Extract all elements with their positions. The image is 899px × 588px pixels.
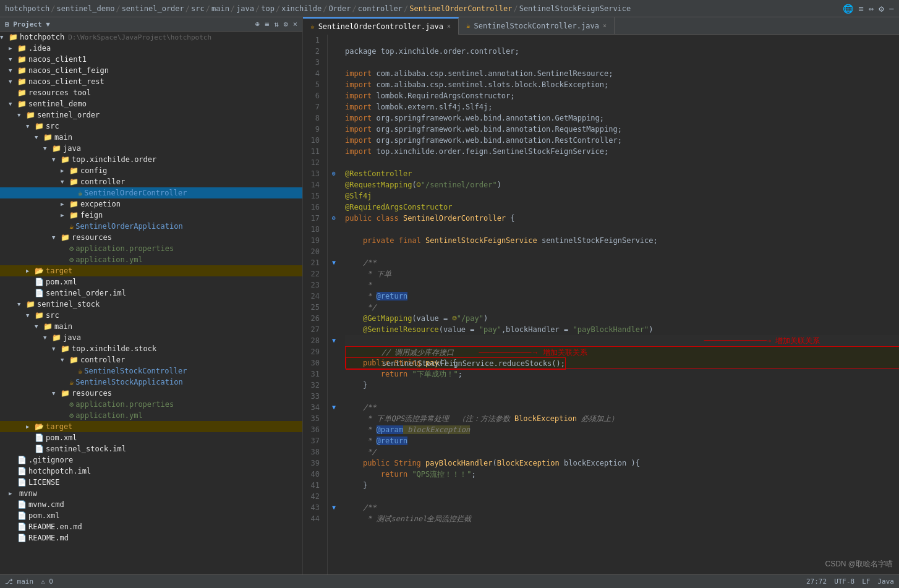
tree-item-1[interactable]: ▼ 📁 hotchpotch D:\WorkSpace\JavaProject\… (0, 32, 302, 43)
tree-item-8[interactable]: ▼ 📁 sentinel_order (0, 109, 302, 121)
gutter-43[interactable]: ▼ (328, 502, 340, 513)
tree-item-45[interactable]: 📄 README.en.md (0, 521, 302, 532)
sidebar-title[interactable]: ⊞ Project ▼ (5, 20, 50, 28)
tree-item-38[interactable]: 📄 sentinel_stock.iml (0, 443, 302, 454)
split-icon[interactable]: ⇔ (869, 4, 874, 14)
tree-item-24[interactable]: 📄 sentinel_order.iml (0, 288, 302, 299)
tree-item-30[interactable]: ▼ 📁 controller (0, 354, 302, 365)
tree-item-39[interactable]: 📄 .gitignore (0, 454, 302, 466)
tree-arrow-7: ▼ (9, 101, 17, 107)
tree-item-18[interactable]: ☕ SentinelOrderApplication (0, 221, 302, 232)
gutter-12 (328, 157, 340, 168)
sidebar-icon-4[interactable]: ⚙ (284, 20, 288, 28)
tree-item-31[interactable]: ☕ SentinelStockController (0, 365, 302, 377)
code-line-17: public class SentinelOrderController { (345, 213, 899, 224)
tree-item-10[interactable]: ▼ 📁 main (0, 132, 302, 143)
tree-item-4[interactable]: ▼ 📁 nacos_client_feign (0, 65, 302, 76)
bc-main[interactable]: main (211, 4, 229, 13)
tree-item-9[interactable]: ▼ 📁 src (0, 121, 302, 132)
code-line-8: import org.springframework.web.bind.anno… (345, 113, 899, 124)
tree-label-40: hotchpotch.iml (28, 467, 91, 475)
bc-feign-service[interactable]: SentinelStockFeignService (519, 4, 631, 13)
tree-label-15: SentinelOrderController (84, 189, 187, 197)
gutter-40 (328, 469, 340, 480)
tab2-close[interactable]: × (603, 22, 607, 29)
code-line-33 (345, 391, 899, 402)
tree-item-12[interactable]: ▼ 📁 top.xinchilde.order (0, 154, 302, 165)
tree-item-41[interactable]: 📄 LICENSE (0, 477, 302, 488)
sidebar-icon-3[interactable]: ⇅ (274, 20, 278, 28)
tree-item-15[interactable]: ☕ SentinelOrderController (0, 187, 302, 198)
tree-item-29[interactable]: ▼ 📁 top.xinchilde.stock (0, 343, 302, 354)
settings-icon[interactable]: ⚙ (879, 4, 884, 14)
tree-item-28[interactable]: ▼ 📁 java (0, 332, 302, 343)
bc-top[interactable]: top (261, 4, 275, 13)
gutter-28[interactable]: ▼ (328, 335, 340, 346)
tree-item-16[interactable]: ▶ 📁 excpetion (0, 198, 302, 210)
tree-item-17[interactable]: ▶ 📁 feign (0, 210, 302, 221)
tree-item-21[interactable]: ⚙ application.yml (0, 254, 302, 265)
tree-item-3[interactable]: ▼ 📁 nacos_client1 (0, 54, 302, 65)
gutter-20 (328, 246, 340, 257)
gutter-17[interactable]: ⚙ (328, 213, 340, 224)
sidebar-icon-2[interactable]: ≡ (265, 20, 269, 28)
bc-xinchilde[interactable]: xinchilde (281, 4, 322, 13)
tree-item-5[interactable]: ▼ 📁 nacos_client_rest (0, 76, 302, 87)
layout-icon[interactable]: ≡ (858, 4, 863, 14)
tree-item-6[interactable]: 📁 resources tool (0, 87, 302, 98)
bc-src[interactable]: src (191, 4, 205, 13)
bc-controller[interactable]: controller (358, 4, 403, 13)
globe-icon[interactable]: 🌐 (843, 4, 853, 14)
tree-arrow-33: ▼ (52, 390, 61, 396)
gutter-30 (328, 357, 340, 369)
code-line-1 (345, 35, 899, 46)
sidebar-icon-5[interactable]: × (293, 20, 297, 28)
sidebar-icon-1[interactable]: ⊕ (255, 20, 260, 28)
tree-item-22[interactable]: ▶ 📂 target (0, 265, 302, 276)
tree-item-44[interactable]: 📄 pom.xml (0, 510, 302, 521)
line-numbers: 1234567891011121314151617181920212223242… (303, 35, 328, 574)
bc-java[interactable]: java (236, 4, 254, 13)
status-git[interactable]: ⎇ main (5, 577, 33, 586)
code-editor[interactable]: 1234567891011121314151617181920212223242… (303, 35, 899, 574)
tree-item-7[interactable]: ▼ 📁 sentinel_demo (0, 98, 302, 109)
tree-item-14[interactable]: ▼ 📁 controller (0, 176, 302, 187)
gutter-10 (328, 135, 340, 146)
minimize-icon[interactable]: − (889, 4, 894, 14)
gutter-34[interactable]: ▼ (328, 402, 340, 413)
tree-item-37[interactable]: 📄 pom.xml (0, 432, 302, 443)
tree-item-20[interactable]: ⚙ application.properties (0, 243, 302, 254)
tab-sentinel-stock-controller[interactable]: ☕ SentinelStockController.java × (459, 17, 615, 35)
tree-item-32[interactable]: ☕ SentinelStockApplication (0, 377, 302, 388)
tree-item-11[interactable]: ▼ 📁 java (0, 143, 302, 154)
tree-item-13[interactable]: ▶ 📁 config (0, 165, 302, 176)
code-line-13: @RestController (345, 168, 899, 179)
gutter-13[interactable]: ⚙ (328, 168, 340, 179)
tree-item-33[interactable]: ▼ 📁 resources (0, 388, 302, 399)
tree-item-27[interactable]: ▼ 📁 main (0, 321, 302, 332)
tree-item-26[interactable]: ▼ 📁 src (0, 310, 302, 321)
tree-item-19[interactable]: ▼ 📁 resources (0, 232, 302, 243)
bc-sentinel-order[interactable]: sentinel_order (122, 4, 184, 13)
tree-item-36[interactable]: ▶ 📂 target (0, 421, 302, 432)
tree-label-24: sentinel_order.iml (46, 289, 126, 297)
tree-item-35[interactable]: ⚙ application.yml (0, 410, 302, 421)
tree-item-40[interactable]: 📄 hotchpotch.iml (0, 466, 302, 477)
gutter-21[interactable]: ▼ (328, 257, 340, 268)
tab-sentinel-order-controller[interactable]: ☕ SentinelOrderController.java × (303, 17, 459, 35)
tree-item-23[interactable]: 📄 pom.xml (0, 276, 302, 288)
tree-label-11: java (63, 144, 81, 153)
bc-sentinel-demo[interactable]: sentinel_demo (56, 4, 114, 13)
tab1-close[interactable]: × (447, 23, 451, 30)
status-warnings[interactable]: ⚠ 0 (41, 577, 53, 586)
tree-item-42[interactable]: ▶ mvnw (0, 488, 302, 499)
tree-arrow-1: ▼ (0, 34, 9, 40)
bc-hotchpotch[interactable]: hotchpotch (5, 4, 49, 13)
tree-item-25[interactable]: ▼ 📁 sentinel_stock (0, 299, 302, 310)
tree-item-46[interactable]: 📄 README.md (0, 532, 302, 543)
tree-item-43[interactable]: 📄 mvnw.cmd (0, 499, 302, 510)
code-content[interactable]: package top.xinchilde.order.controller;i… (340, 35, 899, 574)
tree-item-2[interactable]: ▶ 📁 .idea (0, 43, 302, 54)
tree-item-34[interactable]: ⚙ application.properties (0, 399, 302, 410)
bc-order[interactable]: Order (328, 4, 351, 13)
